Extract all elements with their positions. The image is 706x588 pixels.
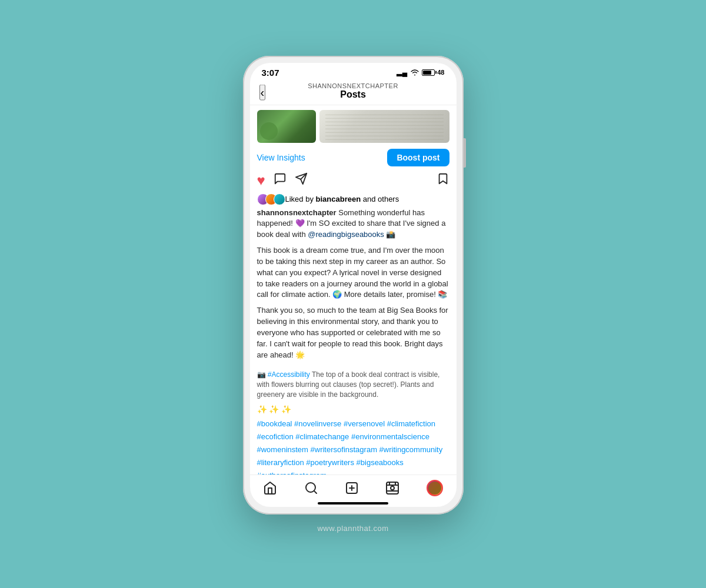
svg-point-8 [391,486,394,490]
liked-username[interactable]: biancabreen [316,195,361,203]
post-images [250,105,457,146]
heart-icon[interactable]: ♥ [257,172,265,189]
accessibility-label[interactable]: #Accessibility [268,370,310,379]
post-thumbnail-2 [319,110,449,143]
view-insights-button[interactable]: View Insights [257,153,305,162]
image-fill-1 [257,110,316,143]
action-row: View Insights Boost post [250,146,457,171]
image-fill-2 [319,110,449,143]
svg-line-3 [314,490,316,493]
status-bar: 3:07 ▂▄ 48 [250,63,457,80]
liked-by-label: Liked by [285,195,314,203]
phone-frame: 3:07 ▂▄ 48 ‹ SHANNONSNEXTCHAPTER Posts [243,56,464,514]
nav-header: ‹ SHANNONSNEXTCHAPTER Posts [250,80,457,105]
share-icon[interactable] [295,172,308,188]
caption-para1: shannonsnextchapter Something wonderful … [257,208,449,241]
hashtags: #bookdeal #novelinverse #versenovel #cli… [250,417,457,475]
phone-screen: 3:07 ▂▄ 48 ‹ SHANNONSNEXTCHAPTER Posts [250,63,457,507]
wifi-icon [410,69,419,76]
caption-username[interactable]: shannonsnextchapter [257,208,337,217]
status-time: 3:07 [262,68,279,78]
boost-post-button[interactable]: Boost post [387,149,449,166]
nav-reels-icon[interactable] [385,481,399,495]
avatar-3 [274,193,285,205]
battery-fill [423,71,431,75]
caption: shannonsnextchapter Something wonderful … [250,208,457,370]
account-name: SHANNONSNEXTCHAPTER [308,82,398,89]
avatar-stack [257,193,282,205]
bookmark-icon[interactable] [437,172,449,189]
caption-para3: Thank you so, so much to the team at Big… [257,305,449,360]
battery-level: 48 [437,69,444,76]
content-area[interactable]: View Insights Boost post ♥ [250,105,457,475]
signal-icon: ▂▄ [397,68,408,76]
interaction-icons: ♥ [250,171,457,193]
sparkles: ✨ ✨ ✨ [250,403,457,417]
caption-para2: This book is a dream come true, and I'm … [257,245,449,300]
nav-add-icon[interactable] [345,481,359,495]
comment-icon[interactable] [274,172,287,189]
bottom-nav [250,475,457,499]
page-title: Posts [340,89,366,100]
nav-search-icon[interactable] [304,481,318,495]
likes-row: Liked by biancabreen and others [250,193,457,208]
battery-icon [422,69,435,76]
nav-home-icon[interactable] [263,481,277,495]
watermark: www.plannthat.com [317,524,388,533]
liked-others: and others [363,195,399,203]
caption-mention[interactable]: @readingbigseabooks [308,230,384,239]
home-indicator [318,502,388,505]
accessibility-note: 📷 #Accessibility The top of a book deal … [250,370,457,403]
caption-emoji: 📸 [384,230,396,239]
post-thumbnail-1 [257,110,316,143]
side-button [464,138,466,168]
status-icons: ▂▄ 48 [397,68,445,76]
left-action-icons: ♥ [257,172,308,189]
nav-profile-icon[interactable] [427,480,443,496]
hashtags-text: #bookdeal #novelinverse #versenovel #cli… [257,419,443,475]
likes-text: Liked by biancabreen and others [285,195,399,203]
back-button[interactable]: ‹ [259,84,266,100]
profile-avatar[interactable] [427,480,443,496]
home-bar [250,499,457,507]
svg-rect-7 [387,482,398,494]
